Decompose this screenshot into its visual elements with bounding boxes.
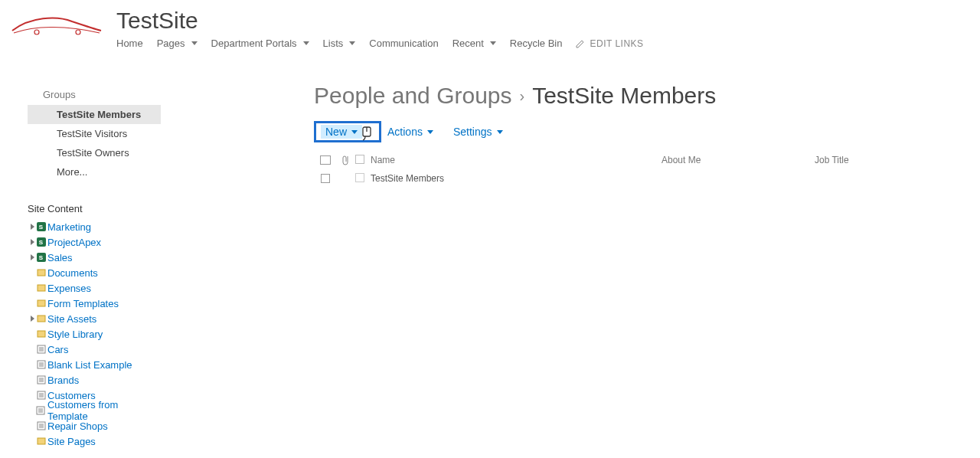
tree-item[interactable]: Brands (31, 372, 161, 388)
group-item-owners[interactable]: TestSite Owners (28, 143, 161, 162)
caret-down-icon (351, 130, 358, 134)
column-header-name[interactable]: Name (371, 155, 662, 165)
tree-item[interactable]: Form Templates (31, 296, 161, 311)
library-icon (36, 268, 46, 278)
presence-icon (355, 173, 364, 182)
site-logo[interactable] (11, 8, 103, 41)
subsite-icon: S (36, 222, 46, 232)
tree-item[interactable]: Site Pages (31, 433, 161, 449)
tree-item[interactable]: Customers from Template (31, 403, 161, 418)
nav-recent[interactable]: Recent (452, 38, 496, 49)
groups-header: Groups (43, 89, 161, 100)
edit-links-button[interactable]: EDIT LINKS (576, 38, 643, 49)
subsite-icon: S (36, 237, 46, 247)
members-grid: Name About Me Job Title TestSite Members (314, 152, 980, 188)
list-icon (36, 375, 46, 385)
page-toolbar: New Actions Settings (314, 121, 980, 142)
settings-menu[interactable]: Settings (447, 123, 509, 140)
row-checkbox[interactable] (321, 174, 330, 183)
breadcrumb-separator-icon: › (520, 87, 525, 105)
caret-down-icon (303, 41, 309, 45)
table-row[interactable]: TestSite Members (314, 168, 980, 188)
library-icon (36, 437, 46, 447)
grid-header: Name About Me Job Title (314, 152, 980, 168)
column-header-job[interactable]: Job Title (815, 155, 968, 165)
svg-rect-6 (38, 331, 45, 337)
nav-communication[interactable]: Communication (369, 38, 438, 49)
caret-down-icon (349, 41, 355, 45)
svg-rect-2 (38, 270, 45, 276)
site-title[interactable]: TestSite (116, 8, 644, 33)
library-icon (36, 329, 46, 339)
attachment-column-icon (337, 155, 355, 165)
tree-item[interactable]: Cars (31, 342, 161, 357)
caret-down-icon (427, 130, 433, 134)
subsite-icon: S (36, 253, 46, 263)
expand-icon[interactable] (31, 224, 34, 230)
site-content-tree: SMarketing SProjectApex SSales Documents… (28, 219, 161, 449)
expand-icon[interactable] (31, 316, 34, 322)
tree-item[interactable]: Blank List Example (31, 357, 161, 372)
list-icon (36, 360, 46, 370)
nav-home[interactable]: Home (116, 38, 143, 49)
library-icon (36, 299, 46, 309)
select-all-checkbox[interactable] (320, 155, 331, 165)
caret-down-icon (497, 130, 503, 134)
cursor-icon (361, 126, 374, 141)
breadcrumb-root[interactable]: People and Groups (314, 83, 512, 109)
library-icon (36, 314, 46, 324)
column-header-about[interactable]: About Me (662, 155, 815, 165)
presence-header-icon (355, 155, 364, 164)
list-icon (36, 406, 46, 416)
new-menu[interactable]: New (321, 125, 362, 139)
tree-item[interactable]: Expenses (31, 280, 161, 296)
tree-item[interactable]: SProjectApex (31, 234, 161, 250)
nav-pages[interactable]: Pages (157, 38, 198, 49)
nav-lists[interactable]: Lists (323, 38, 356, 49)
tree-item[interactable]: Documents (31, 265, 161, 280)
pencil-icon (576, 39, 585, 48)
library-icon (36, 283, 46, 293)
new-menu-highlight: New (314, 121, 381, 142)
svg-rect-5 (38, 316, 45, 322)
expand-icon[interactable] (31, 254, 34, 260)
svg-rect-3 (38, 285, 45, 291)
expand-icon[interactable] (31, 239, 34, 245)
tree-item[interactable]: SSales (31, 250, 161, 265)
svg-point-0 (34, 30, 39, 34)
list-icon (36, 391, 46, 401)
nav-department-portals[interactable]: Department Portals (211, 38, 309, 49)
page-title: TestSite Members (532, 83, 716, 109)
site-content-header: Site Content (28, 203, 161, 214)
group-item-members[interactable]: TestSite Members (28, 105, 161, 124)
tree-item[interactable]: Site Assets (31, 311, 161, 326)
main-content: People and Groups › TestSite Members New (161, 86, 980, 188)
actions-menu[interactable]: Actions (381, 123, 439, 140)
caret-down-icon (490, 41, 496, 45)
row-name-link[interactable]: TestSite Members (371, 173, 444, 184)
top-nav: Home Pages Department Portals Lists Comm… (116, 38, 644, 49)
list-icon (36, 421, 46, 431)
svg-rect-31 (38, 438, 45, 444)
nav-recycle-bin[interactable]: Recycle Bin (510, 38, 563, 49)
svg-rect-4 (38, 300, 45, 306)
left-nav: Groups TestSite Members TestSite Visitor… (0, 86, 161, 449)
list-icon (36, 345, 46, 355)
svg-point-1 (76, 30, 80, 34)
group-item-visitors[interactable]: TestSite Visitors (28, 124, 161, 143)
caret-down-icon (191, 41, 198, 45)
tree-item[interactable]: SMarketing (31, 219, 161, 234)
tree-item[interactable]: Style Library (31, 326, 161, 342)
group-item-more[interactable]: More... (28, 162, 161, 182)
